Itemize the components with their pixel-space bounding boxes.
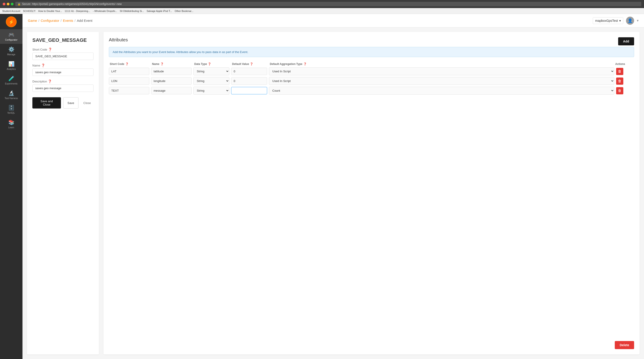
row1-short-code-input[interactable] <box>109 77 149 85</box>
row0-short-code-input[interactable] <box>109 68 149 75</box>
sidebar-item-experiments[interactable]: 🧪 Experiments <box>0 73 22 88</box>
row0-name-input[interactable] <box>151 68 192 75</box>
project-name: mapboxGpsTest <box>595 19 618 22</box>
minimize-window-btn[interactable] <box>7 3 10 5</box>
sidebar: ⚡ 🎮 Configurator ⚙️ Manage 📊 Analytics 🧪… <box>0 14 22 359</box>
table-row: String Number JSON Used In Script Count … <box>109 87 634 95</box>
col-header-data-type: Data Type ❓ <box>194 62 230 66</box>
default-value-col-help-icon[interactable]: ❓ <box>250 62 253 66</box>
name-col-help-icon[interactable]: ❓ <box>160 62 164 66</box>
nosql-icon: 🗄️ <box>8 105 14 111</box>
sidebar-item-label-experiments: Experiments <box>5 82 18 85</box>
sidebar-item-nosql[interactable]: 🗄️ NoSQL <box>0 102 22 117</box>
project-selector[interactable]: mapboxGpsTest ▾ <box>593 17 623 24</box>
sidebar-item-label-test-harness: Test Harness <box>5 97 18 99</box>
info-banner: Add the Attributes you want to your Even… <box>109 47 634 57</box>
data-type-col-help-icon[interactable]: ❓ <box>208 62 211 66</box>
sidebar-item-learn[interactable]: 📚 Learn <box>0 117 22 131</box>
configurator-icon: 🎮 <box>8 32 14 38</box>
bookmark-6[interactable]: Salvage Apple iPod T... <box>146 10 172 12</box>
bookmark-1[interactable]: SCHOOL!!! <box>23 10 36 12</box>
row2-short-code-input[interactable] <box>109 87 149 94</box>
description-help-icon[interactable]: ❓ <box>48 79 52 83</box>
save-and-close-button[interactable]: Save and Close <box>32 97 61 108</box>
action-buttons: Save and Close Save Close <box>32 97 94 108</box>
row0-data-type-select[interactable]: String Number JSON <box>194 67 229 75</box>
short-code-help-icon[interactable]: ❓ <box>48 48 52 51</box>
sidebar-item-configurator[interactable]: 🎮 Configurator <box>0 29 22 44</box>
address-bar[interactable]: 🔒 Secure https://portal2.gamesparks.net/… <box>15 2 641 6</box>
header: Game / Configurator / Events / Add Event… <box>22 14 644 27</box>
name-field-group: Name ❓ <box>32 63 94 76</box>
sidebar-item-test-harness[interactable]: 🔬 Test Harness <box>0 88 22 102</box>
bottom-delete-button[interactable]: Delete <box>615 341 634 349</box>
bookmark-4[interactable]: - Wholesale Dropshi... <box>93 10 117 12</box>
row1-delete-button[interactable]: 🗑 <box>616 77 623 85</box>
secure-label: Secure <box>22 2 30 5</box>
sidebar-item-analytics[interactable]: 📊 Analytics <box>0 58 22 73</box>
breadcrumb-game[interactable]: Game <box>28 19 37 22</box>
name-help-icon[interactable]: ❓ <box>41 63 45 67</box>
table-row: String Number JSON Used In Script Count … <box>109 67 634 75</box>
sidebar-item-label-learn: Learn <box>8 126 14 129</box>
description-input[interactable] <box>32 84 94 92</box>
description-label: Description ❓ <box>32 79 94 83</box>
name-input[interactable] <box>32 68 94 76</box>
sidebar-item-manage[interactable]: ⚙️ Manage <box>0 44 22 58</box>
row2-name-input[interactable] <box>151 87 192 94</box>
left-panel: SAVE_GEO_MESSAGE Short Code ❓ Name ❓ <box>27 32 99 355</box>
bookmark-2[interactable]: How to Double Your... <box>38 10 62 12</box>
description-field-group: Description ❓ <box>32 79 94 92</box>
row0-aggregation-select[interactable]: Used In Script Count Sum Max Min Last Va… <box>269 67 614 75</box>
row1-aggregation-select[interactable]: Used In Script Count Sum Max Min Last Va… <box>269 77 614 85</box>
sidebar-item-label-configurator: Configurator <box>5 39 17 41</box>
bookmark-5[interactable]: 50 Dbldistributing Si... <box>120 10 144 12</box>
breadcrumb-events[interactable]: Events <box>63 19 73 22</box>
close-button[interactable]: Close <box>81 97 94 108</box>
breadcrumb-current: Add Event <box>77 19 92 22</box>
avatar-icon: 👤 <box>628 18 632 23</box>
app-logo[interactable]: ⚡ <box>6 16 17 27</box>
user-avatar[interactable]: 👤 <box>626 17 634 25</box>
row2-default-value-input[interactable] <box>231 87 267 94</box>
maximize-window-btn[interactable] <box>11 3 14 5</box>
short-code-input[interactable] <box>32 52 94 60</box>
breadcrumb: Game / Configurator / Events / Add Event <box>28 19 92 22</box>
row1-name-input[interactable] <box>151 77 192 85</box>
event-title: SAVE_GEO_MESSAGE <box>32 37 94 43</box>
short-code-label: Short Code ❓ <box>32 48 94 51</box>
breadcrumb-sep2: / <box>61 19 62 22</box>
row2-aggregation-select[interactable]: Used In Script Count Sum Max Min Last Va… <box>269 87 614 95</box>
test-harness-icon: 🔬 <box>8 90 14 96</box>
row2-delete-button[interactable]: 🗑 <box>616 87 623 94</box>
col-header-short-code: Short Code ❓ <box>110 62 150 66</box>
right-panel: Attributes Add Add the Attributes you wa… <box>104 32 640 355</box>
add-attribute-button[interactable]: Add <box>618 37 634 45</box>
row1-data-type-select[interactable]: String Number JSON <box>194 77 229 85</box>
analytics-icon: 📊 <box>8 61 14 67</box>
bookmark-3[interactable]: 1111 Hz - Deepening... <box>65 10 90 12</box>
breadcrumb-sep3: / <box>75 19 76 22</box>
lock-icon: 🔒 <box>18 3 21 5</box>
avatar-chevron: ▾ <box>637 18 638 23</box>
row2-data-type-select[interactable]: String Number JSON <box>194 87 229 95</box>
save-button[interactable]: Save <box>63 97 78 108</box>
row1-default-value-input[interactable] <box>231 77 267 85</box>
col-header-agg-type: Default Aggregation Type ❓ <box>270 62 614 66</box>
row0-delete-button[interactable]: 🗑 <box>616 68 623 75</box>
row0-default-value-input[interactable] <box>231 68 267 75</box>
app-container: ⚡ 🎮 Configurator ⚙️ Manage 📊 Analytics 🧪… <box>0 14 644 359</box>
header-right: mapboxGpsTest ▾ 👤 ▾ <box>593 17 638 25</box>
short-code-field-group: Short Code ❓ <box>32 48 94 60</box>
bookmarks-bar: Student Account SCHOOL!!! How to Double … <box>0 8 644 14</box>
agg-type-col-help-icon[interactable]: ❓ <box>303 62 307 66</box>
attributes-title: Attributes <box>109 37 634 42</box>
chevron-down-icon: ▾ <box>619 19 621 22</box>
bookmark-0[interactable]: Student Account <box>2 10 20 12</box>
bookmark-7[interactable]: Other Bookmar... <box>175 10 194 12</box>
breadcrumb-configurator[interactable]: Configurator <box>41 19 59 22</box>
browser-bar: 🔒 Secure https://portal2.gamesparks.net/… <box>0 0 644 8</box>
short-code-col-help-icon[interactable]: ❓ <box>125 62 128 66</box>
close-window-btn[interactable] <box>3 3 6 5</box>
browser-controls <box>3 3 14 5</box>
